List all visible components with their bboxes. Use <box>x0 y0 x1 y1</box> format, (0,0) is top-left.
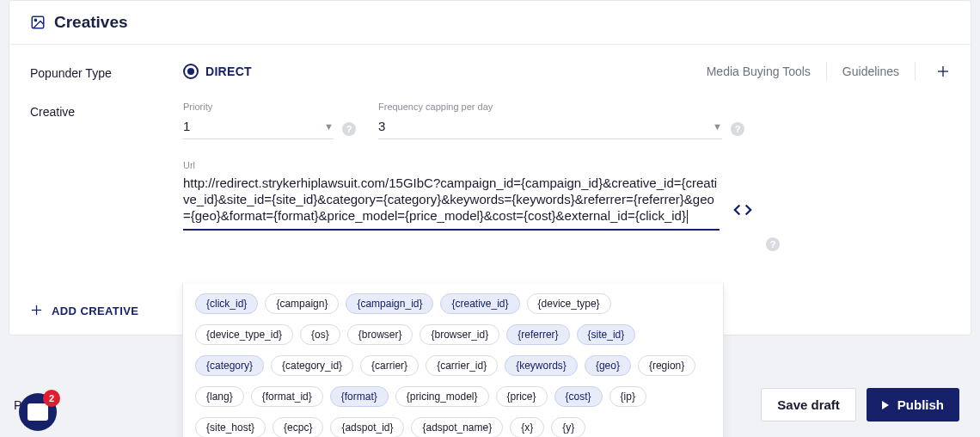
play-icon <box>882 401 889 409</box>
macro-tag[interactable]: {pricing_model} <box>395 386 489 407</box>
macro-tag[interactable]: {device_type_id} <box>195 324 293 345</box>
publish-button[interactable]: Publish <box>867 388 959 422</box>
macro-tag[interactable]: {cost} <box>554 386 603 407</box>
creative-content: Priority 1 ▼ ? Frequency capping per day <box>183 102 950 255</box>
chat-widget[interactable]: 2 <box>19 393 57 431</box>
card-header: Creatives <box>9 1 971 44</box>
macro-tag[interactable]: {os} <box>300 324 340 345</box>
popunder-row: Popunder Type DIRECT Media Buying Tools … <box>30 62 950 81</box>
macro-tag[interactable]: {device_type} <box>527 293 611 314</box>
macro-tag[interactable]: {adspot_name} <box>411 417 503 437</box>
macro-tag[interactable]: {lang} <box>195 386 244 407</box>
url-value: http://redirect.strykerhiplawsuit.com/15… <box>183 175 717 223</box>
popunder-label: Popunder Type <box>30 63 183 80</box>
save-draft-button[interactable]: Save draft <box>761 388 856 422</box>
macro-tag[interactable]: {click_id} <box>195 293 258 314</box>
macro-tag[interactable]: {campaign} <box>265 293 339 314</box>
macro-tag[interactable]: {adspot_id} <box>330 417 404 437</box>
notification-badge: 2 <box>43 390 60 407</box>
priority-label: Priority <box>183 102 334 112</box>
priority-select[interactable]: 1 ▼ <box>183 117 334 139</box>
priority-value: 1 <box>183 119 190 133</box>
plus-icon <box>936 65 950 78</box>
image-icon <box>30 15 46 30</box>
media-buying-link[interactable]: Media Buying Tools <box>691 65 826 78</box>
popunder-left: Popunder Type DIRECT <box>30 63 252 80</box>
add-creative-label: ADD CREATIVE <box>52 305 138 317</box>
frequency-field: Frequency capping per day 3 ▼ <box>378 102 722 139</box>
macro-tag[interactable]: {price} <box>496 386 548 407</box>
footer-left: Preview 2 <box>14 398 57 412</box>
macro-tag[interactable]: {x} <box>510 417 544 437</box>
priority-help-icon[interactable]: ? <box>342 122 356 136</box>
macro-tag[interactable]: {ip} <box>609 386 646 407</box>
text-cursor <box>687 210 688 224</box>
creative-label: Creative <box>30 102 183 119</box>
code-icon[interactable] <box>733 203 752 221</box>
add-popunder-button[interactable] <box>916 65 950 78</box>
macro-tag[interactable]: {creative_id} <box>440 293 519 314</box>
macro-tag[interactable]: {campaign_id} <box>346 293 433 314</box>
popunder-actions: Media Buying Tools Guidelines <box>691 62 950 81</box>
macro-tag[interactable]: {site_id} <box>577 324 636 345</box>
frequency-label: Frequency capping per day <box>378 102 722 112</box>
priority-field: Priority 1 ▼ <box>183 102 334 139</box>
macro-tag[interactable]: {carrier_id} <box>426 355 498 376</box>
macro-tag[interactable]: {carrier} <box>360 355 419 376</box>
radio-label: DIRECT <box>205 65 252 78</box>
frequency-select[interactable]: 3 ▼ <box>378 117 722 139</box>
macro-tag[interactable]: {browser} <box>347 324 413 345</box>
macro-tag[interactable]: {referrer} <box>506 324 569 345</box>
macro-tag[interactable]: {region} <box>638 355 695 376</box>
creative-row: Creative Priority 1 ▼ ? <box>30 102 950 255</box>
svg-point-1 <box>34 19 36 21</box>
macro-tag[interactable]: {ecpc} <box>273 417 323 437</box>
url-section: Url http://redirect.strykerhiplawsuit.co… <box>183 160 950 255</box>
chevron-down-icon: ▼ <box>713 121 722 132</box>
popunder-radio-direct[interactable]: DIRECT <box>183 64 252 79</box>
add-creative-button[interactable]: ADD CREATIVE <box>30 301 138 321</box>
card-title: Creatives <box>54 13 128 32</box>
radio-icon <box>183 64 199 79</box>
macro-tag[interactable]: {geo} <box>585 355 631 376</box>
url-wrap: http://redirect.strykerhiplawsuit.com/15… <box>183 175 950 255</box>
macro-tag[interactable]: {browser_id} <box>420 324 499 345</box>
macro-tag[interactable]: {y} <box>551 417 585 437</box>
frequency-help-icon[interactable]: ? <box>731 122 744 136</box>
macro-tag[interactable]: {keywords} <box>505 355 578 376</box>
frequency-value: 3 <box>378 119 385 133</box>
footer-actions: Save draft Publish <box>761 388 959 422</box>
macro-tag[interactable]: {format_id} <box>251 386 323 407</box>
fields-top: Priority 1 ▼ ? Frequency capping per day <box>183 102 950 139</box>
url-input[interactable]: http://redirect.strykerhiplawsuit.com/15… <box>183 175 720 231</box>
url-label: Url <box>183 160 950 170</box>
chat-icon <box>28 403 48 421</box>
plus-icon <box>30 301 43 321</box>
macro-tag[interactable]: {category_id} <box>271 355 353 376</box>
macro-tag[interactable]: {format} <box>330 386 389 407</box>
macro-tag[interactable]: {category} <box>195 355 264 376</box>
guidelines-link[interactable]: Guidelines <box>827 65 915 78</box>
save-draft-label: Save draft <box>777 397 840 412</box>
url-macros-popover: {click_id}{campaign}{campaign_id}{creati… <box>182 283 724 437</box>
tag-list: {click_id}{campaign}{campaign_id}{creati… <box>195 293 711 437</box>
url-help-icon[interactable]: ? <box>766 237 780 251</box>
macro-tag[interactable]: {site_host} <box>195 417 266 437</box>
chevron-down-icon: ▼ <box>324 121 334 132</box>
publish-label: Publish <box>897 397 944 412</box>
